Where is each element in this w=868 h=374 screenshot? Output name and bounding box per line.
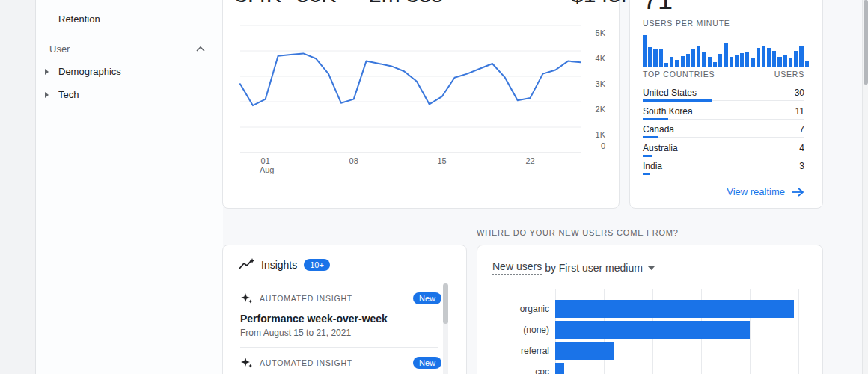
page-scrollbar [862,0,868,374]
sidebar: Monetization Retention User Demographics… [35,0,223,374]
svg-text:15: 15 [438,156,447,165]
sidebar-item-clipped[interactable]: Monetization [58,0,114,1]
metric-value[interactable]: 3.4K [235,0,281,7]
minute-bar [664,63,668,67]
bar-label: (none) [492,325,549,335]
insights-card: Insights 10+ AUTOMATED INSIGHT New Perfo… [222,245,467,374]
minute-bar [643,35,647,67]
dimension-label: New users [492,260,542,275]
users-per-minute-label: USERS PER MINUTE [643,19,730,28]
sidebar-item-label: Tech [58,89,79,100]
minute-bar [799,46,803,67]
svg-text:08: 08 [349,156,358,165]
bar-label: organic [492,304,549,314]
page-scrollbar-thumb[interactable] [864,0,868,85]
country-name: India [643,161,662,171]
metric-value[interactable]: 2m 38s [369,0,442,7]
country-name: South Korea [643,106,693,117]
minute-bar [686,54,690,67]
sidebar-section-user[interactable]: User [49,43,205,55]
insights-header[interactable]: Insights 10+ [239,258,330,272]
minute-bar [675,60,679,67]
country-row: South Korea11 [643,106,804,125]
left-strip [0,0,35,374]
sidebar-item-demographics[interactable]: Demographics [45,66,121,77]
country-name: Canada [643,124,674,135]
medium-bar [555,300,794,318]
country-bar [643,136,658,138]
insights-title: Insights [261,259,297,271]
chevron-up-icon [196,46,205,52]
minute-bar [697,46,700,67]
country-row: Australia4 [643,143,804,162]
insight-kind-row: AUTOMATED INSIGHT New [240,292,441,304]
svg-text:0: 0 [601,141,605,150]
insights-count-badge: 10+ [304,259,330,271]
medium-bar [555,342,614,360]
minute-bar [730,57,733,67]
insights-icon [239,258,254,272]
metric-value[interactable]: 86K [296,0,336,7]
arrow-right-icon [791,188,804,197]
minute-bar [777,57,781,67]
new-users-chart [555,289,819,374]
minute-bar [653,49,657,67]
minute-bar [794,51,798,67]
svg-text:2K: 2K [596,105,606,114]
country-bar [643,99,712,102]
country-users: 30 [795,88,804,98]
row-divider [643,137,804,138]
minute-bar [783,55,787,67]
insight-divider [240,347,438,348]
triangle-right-icon [45,92,49,98]
minute-bar [659,49,663,67]
svg-text:1K: 1K [596,130,606,139]
insights-scrollbar-thumb[interactable] [443,283,448,324]
country-name: Australia [643,143,678,153]
medium-bar [555,363,564,374]
sidebar-item-retention[interactable]: Retention [58,13,100,25]
sparkle-icon [240,292,252,304]
top-countries-header: TOP COUNTRIES USERS [643,70,804,79]
country-row: Canada7 [643,124,804,143]
country-users: 4 [799,143,804,153]
realtime-users-count: 71 [643,0,673,15]
country-name: United States [643,88,697,98]
minute-bar [762,46,765,67]
sidebar-item-label: Demographics [58,66,121,77]
overview-card: 3.4K 86K 2m 38s $145K 01K2K3K4K5K01Aug08… [222,0,620,209]
svg-text:3K: 3K [596,79,606,88]
dimension-selector[interactable]: New users by First user medium [492,260,655,275]
minute-bar [713,62,717,67]
country-bar [643,155,652,157]
metric-value[interactable]: $145K [571,0,636,7]
view-realtime-label: View realtime [727,186,785,197]
minute-bar [691,49,695,67]
analytics-dashboard: Monetization Retention User Demographics… [0,0,868,374]
users-column-label: USERS [774,70,804,79]
svg-text:22: 22 [525,156,534,165]
caret-down-icon [648,266,655,270]
users-line-chart: 01K2K3K4K5K01Aug081522 [233,19,614,177]
realtime-card: 71 USERS PER MINUTE TOP COUNTRIES USERS … [629,0,823,209]
triangle-right-icon [45,69,49,75]
country-users: 11 [795,106,804,117]
country-bar [643,118,668,120]
medium-bar [555,321,750,339]
view-realtime-link[interactable]: View realtime [727,186,804,197]
country-users: 7 [799,124,804,135]
minute-bar [751,58,754,67]
minute-bar [805,61,809,67]
sidebar-item-tech[interactable]: Tech [45,89,79,100]
top-countries-list: United States30South Korea11Canada7Austr… [643,88,804,180]
insight-title[interactable]: Performance week-over-week [240,313,388,325]
new-users-card: New users by First user medium organic(n… [477,245,823,374]
country-row: United States30 [643,88,804,106]
insight-kind-row: AUTOMATED INSIGHT New [240,357,441,369]
minute-bar [708,57,712,67]
svg-text:5K: 5K [596,28,606,37]
minute-bar [772,51,776,67]
minute-bar [670,57,673,67]
country-row: India3 [643,161,804,180]
insight-kind-label: AUTOMATED INSIGHT [260,358,406,367]
